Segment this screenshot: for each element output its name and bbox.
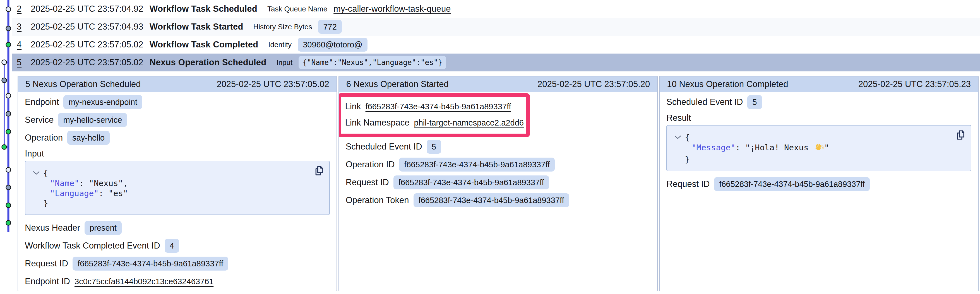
timeline-node-started: [2, 78, 7, 83]
field-label-row: Result: [667, 111, 971, 125]
detail-field-row: Request IDf665283f-743e-4374-b45b-9a61a8…: [346, 173, 651, 191]
code-line: "Name": "Nexus",: [33, 178, 322, 188]
code-segment: :: [99, 189, 108, 198]
event-detail-link[interactable]: my-caller-workflow-task-queue: [334, 4, 451, 14]
field-value-badge: 5: [747, 95, 762, 109]
event-detail-label: Task Queue Name: [267, 5, 327, 13]
json-code-block: {"Message": "¡Hola! Nexus "}: [667, 125, 971, 171]
event-id-link[interactable]: 4: [17, 40, 21, 49]
field-value-badge: f665283f-743e-4374-b45b-9a61a89337ff: [414, 193, 569, 207]
code-segment: :: [79, 178, 89, 188]
code-line: "Message": "¡Hola! Nexus ": [674, 143, 964, 154]
code-line: }: [33, 198, 322, 208]
field-value-badge: f665283f-743e-4374-b45b-9a61a89337ff: [73, 257, 228, 270]
code-segment: ": [824, 143, 829, 152]
event-timestamp: 2025-02-25 UTC 23:57:04.92: [31, 4, 150, 14]
field-value-badge: 4: [165, 239, 179, 253]
timeline-node-completed: [2, 145, 7, 149]
detail-field-row: Request IDf665283f-743e-4374-b45b-9a61a8…: [25, 255, 330, 273]
event-timestamp: 2025-02-25 UTC 23:57:04.93: [31, 22, 150, 32]
code-segment: "Name": [50, 178, 79, 188]
timeline-node-completed: [6, 42, 11, 47]
event-detail-label: Input: [276, 58, 293, 67]
copy-button[interactable]: [956, 129, 965, 141]
detail-field-row: Request IDf665283f-743e-4374-b45b-9a61a8…: [667, 175, 971, 193]
event-id-cell: 2: [17, 4, 31, 14]
detail-field-row: Nexus Headerpresent: [25, 219, 330, 237]
field-label: Operation ID: [346, 160, 395, 170]
history-event-row[interactable]: 32025-02-25 UTC 23:57:04.93Workflow Task…: [12, 18, 980, 36]
detail-field-row: Operation Tokenf665283f-743e-4374-b45b-9…: [346, 191, 651, 209]
code-segment: :: [735, 143, 745, 152]
code-segment: ,: [123, 178, 128, 188]
detail-field-row: Linkf665283f-743e-4374-b45b-9a61a89337ff: [345, 99, 522, 114]
panel-body: Endpointmy-nexus-endpointServicemy-hello…: [18, 92, 337, 290]
field-label: Link Namespace: [345, 118, 410, 128]
detail-field-row: Workflow Task Completed Event ID4: [25, 237, 330, 255]
copy-icon: [314, 165, 324, 176]
event-id-link[interactable]: 2: [17, 4, 21, 14]
event-name: Workflow Task Started: [150, 22, 243, 32]
collapse-toggle[interactable]: [674, 132, 681, 142]
panel-header: 6 Nexus Operation Started2025-02-25 UTC …: [339, 76, 657, 92]
field-label: Input: [25, 149, 44, 159]
field-value-badge: f665283f-743e-4374-b45b-9a61a89337ff: [714, 177, 870, 191]
field-label: Endpoint ID: [25, 277, 70, 286]
event-id-cell: 5: [17, 57, 31, 67]
event-name: Nexus Operation Scheduled: [150, 57, 266, 67]
event-detail-panel: 5 Nexus Operation Scheduled2025-02-25 UT…: [18, 76, 337, 291]
field-value-link[interactable]: f665283f-743e-4374-b45b-9a61a89337ff: [366, 102, 511, 111]
timeline-node-completed: [6, 221, 11, 226]
history-event-row[interactable]: 22025-02-25 UTC 23:57:04.92Workflow Task…: [12, 0, 980, 18]
panel-body: Scheduled Event ID5Result{"Message": "¡H…: [660, 92, 978, 193]
code-line: {: [674, 132, 964, 143]
field-label: Service: [25, 115, 54, 125]
field-value-badge: 5: [426, 140, 441, 154]
field-value-badge: say-hello: [67, 131, 110, 145]
field-label: Scheduled Event ID: [667, 97, 743, 107]
field-label: Result: [667, 113, 691, 123]
detail-field-row: Endpoint ID3c0c75ccfa8144b092c13ce632463…: [25, 273, 330, 290]
event-id-link[interactable]: 3: [17, 22, 21, 32]
history-event-row[interactable]: 52025-02-25 UTC 23:57:05.02Nexus Operati…: [12, 54, 980, 72]
event-history-rows: 22025-02-25 UTC 23:57:04.92Workflow Task…: [12, 0, 980, 72]
field-value-link[interactable]: 3c0c75ccfa8144b092c13ce632463761: [75, 277, 213, 286]
timeline-node-scheduled: [6, 94, 11, 98]
panel-timestamp: 2025-02-25 UTC 23:57:05.23: [858, 79, 971, 89]
code-line: "Language": "es": [33, 188, 322, 198]
field-label-row: Input: [25, 147, 330, 161]
panel-header: 5 Nexus Operation Scheduled2025-02-25 UT…: [18, 76, 337, 92]
timeline-node-completed: [6, 203, 11, 208]
history-event-row[interactable]: 42025-02-25 UTC 23:57:05.02Workflow Task…: [12, 36, 980, 54]
code-segment: "Language": [50, 189, 99, 198]
json-code-block: {"Name": "Nexus","Language": "es"}: [25, 161, 330, 215]
field-label: Operation: [25, 133, 63, 143]
event-id-link[interactable]: 5: [17, 57, 21, 67]
copy-button[interactable]: [314, 165, 324, 176]
code-segment: {: [685, 133, 689, 142]
timeline-node-started: [6, 185, 11, 190]
panel-body: Linkf665283f-743e-4374-b45b-9a61a89337ff…: [339, 92, 657, 209]
panel-title: 5 Nexus Operation Scheduled: [25, 79, 141, 89]
event-id-cell: 4: [17, 40, 31, 50]
event-name: Workflow Task Scheduled: [150, 4, 257, 14]
field-label: Request ID: [25, 259, 68, 269]
code-segment: "Nexus": [89, 178, 123, 188]
field-label: Operation Token: [346, 195, 409, 205]
panel-timestamp: 2025-02-25 UTC 23:57:05.02: [216, 79, 329, 89]
field-value-badge: present: [84, 221, 122, 235]
field-value-link[interactable]: phil-target-namespace2.a2dd6: [414, 118, 524, 127]
waving-hand-emoji: [814, 143, 824, 152]
event-detail-panel: 10 Nexus Operation Completed2025-02-25 U…: [659, 76, 978, 291]
detail-field-row: Operationsay-hello: [25, 129, 330, 147]
timeline-node-started: [6, 26, 11, 31]
field-label: Request ID: [346, 177, 389, 188]
collapse-toggle[interactable]: [33, 167, 40, 177]
field-label: Nexus Header: [25, 223, 80, 233]
detail-field-row: Endpointmy-nexus-endpoint: [25, 93, 330, 111]
detail-field-row: Operation IDf665283f-743e-4374-b45b-9a61…: [346, 156, 651, 173]
field-value-badge: my-nexus-endpoint: [64, 95, 142, 109]
timeline-node-scheduled: [6, 7, 11, 12]
timeline-node-scheduled: [2, 60, 7, 65]
detail-field-row: Link Namespacephil-target-namespace2.a2d…: [345, 114, 522, 131]
